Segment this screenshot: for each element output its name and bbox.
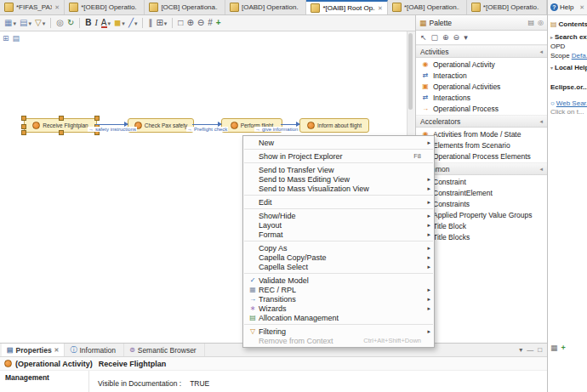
properties-nav-management[interactable]: Management (5, 373, 83, 382)
minimize-view-icon[interactable]: — (527, 346, 533, 354)
tool-operational-process[interactable]: → Operational Process (416, 103, 547, 114)
section-collapse-icon[interactable]: ◂ (539, 118, 543, 125)
scope-link[interactable]: Defa... (572, 52, 587, 60)
help-contents-link[interactable]: ▤ Contents (548, 20, 587, 28)
tool-constraints[interactable]: ◇ Constraints (416, 198, 547, 209)
menu-item-show-hide[interactable]: Show/Hide ▸ (243, 211, 434, 220)
tool-constraint[interactable]: ◇ Constraint (416, 176, 547, 187)
menu-item-format[interactable]: Format ▸ (243, 230, 434, 239)
interaction-arrow[interactable] (281, 124, 299, 125)
minimized-outline-icon[interactable]: ⊞ (3, 34, 9, 43)
tab-oebd-operational[interactable]: *[OEBD] Operatio... (65, 0, 145, 14)
filters-caret-icon[interactable]: ▾ (43, 20, 46, 26)
italic-icon[interactable]: I (95, 19, 98, 27)
palette-layout-icon[interactable]: ▤ (527, 19, 534, 26)
palette-section-accelerators[interactable]: Accelerators ◂ (416, 115, 547, 128)
menu-item-edit[interactable]: Edit ▸ (243, 197, 434, 207)
twisty-icon[interactable]: ▸ (550, 34, 553, 40)
palette-section-common[interactable]: Common ◂ (416, 162, 547, 175)
arrange-icon[interactable]: ⊞ (156, 19, 162, 27)
menu-item-wizards[interactable]: ∗ Wizards ▸ (243, 304, 434, 313)
twisty-icon[interactable]: ▾ (550, 65, 553, 71)
menu-item-send-to-mass-editing-view[interactable]: Send to Mass Editing View ▸ (243, 174, 434, 184)
tab-oebd-operational-2[interactable]: *[OEBD] Operatio... (467, 0, 547, 14)
menu-item-layout[interactable]: Layout ▸ (243, 220, 434, 230)
grid-icon[interactable]: # (208, 19, 213, 27)
maximize-view-icon[interactable]: □ (538, 346, 542, 354)
menu-item-show-in-project-explorer[interactable]: Show in Project Explorer F8 (243, 151, 434, 161)
tab-close-icon[interactable]: ✕ (378, 5, 383, 12)
help-search-section[interactable]: ▸ Search exp... (548, 33, 587, 41)
menu-item-send-to-transfer-view[interactable]: Send to Transfer View (243, 165, 434, 174)
tab-semantic-browser[interactable]: ⊚ Semantic Browser (124, 344, 205, 356)
restore-view-icon[interactable]: ▦ (550, 344, 558, 352)
visible-in-documentation-value[interactable]: TRUE (190, 379, 209, 392)
filters-icon[interactable]: ▽ (35, 19, 42, 27)
selection-handle[interactable] (21, 124, 26, 129)
diagram-export-caret-icon[interactable]: ▾ (13, 20, 16, 26)
tool-constraint-element[interactable]: ◇ ConstraintElement (416, 187, 547, 198)
fill-color-caret-icon[interactable]: ▾ (122, 20, 125, 26)
menu-item-new[interactable]: New ▸ (243, 138, 434, 147)
layers-caret-icon[interactable]: ▾ (28, 20, 31, 26)
properties-view-menu-icon[interactable]: ▾ (519, 346, 522, 354)
align-icon[interactable]: ∥ (148, 19, 152, 27)
tool-title-block[interactable]: ▢ Title Block (416, 220, 547, 231)
interaction-label-give-information[interactable]: → give information (254, 127, 299, 132)
menu-item-copy-as[interactable]: Copy As ▸ (243, 243, 434, 253)
refresh-icon[interactable]: ↻ (67, 19, 74, 27)
section-collapse-icon[interactable]: ◂ (539, 48, 543, 55)
layers-icon[interactable]: ▤ (20, 19, 27, 27)
selection-handle[interactable] (94, 116, 100, 121)
line-color-icon[interactable]: ╱ (128, 19, 134, 27)
menu-item-filtering[interactable]: ▽ Filtering ▸ (243, 327, 434, 336)
select-all-icon[interactable]: □ (178, 19, 183, 27)
tool-activities-from-mode-state[interactable]: ◉ Activities from Mode / State (416, 128, 547, 139)
activity-box-inform-about-flight[interactable]: Inform about flight (299, 118, 369, 133)
marquee-tool-icon[interactable]: ▢ (431, 33, 439, 42)
font-color-caret-icon[interactable]: ▾ (108, 20, 111, 26)
fill-color-icon[interactable]: ◼ (114, 19, 121, 27)
zoom-out-tool-icon[interactable]: ⊖ (453, 33, 460, 42)
help-tab[interactable]: ? Help ✕ (548, 0, 587, 15)
open-view-icon[interactable]: + (561, 344, 566, 352)
menu-item-transitions[interactable]: → Transitions ▸ (243, 294, 434, 304)
line-color-caret-icon[interactable]: ▾ (134, 20, 138, 26)
tab-close-icon[interactable]: ✕ (54, 4, 60, 11)
menu-item-capella-select[interactable]: Capella Select ▸ (243, 262, 434, 271)
arrange-caret-icon[interactable]: ▾ (164, 20, 168, 26)
selection-handle[interactable] (21, 116, 26, 121)
tool-interactions[interactable]: ⇄ Interactions (416, 92, 547, 103)
zoom-in-icon[interactable]: ⊕ (186, 19, 193, 27)
zoom-out-icon[interactable]: ⊖ (197, 19, 204, 27)
menu-item-rec-rpl[interactable]: ▦ REC / RPL ▸ (243, 285, 434, 294)
tool-operational-process-elements[interactable]: → Operational Process Elements (416, 151, 547, 162)
minimized-overview-icon[interactable]: ▤ (13, 34, 20, 43)
tool-title-blocks[interactable]: ▢ Title Blocks (416, 231, 547, 242)
tool-operational-activity[interactable]: ◉ Operational Activity (416, 59, 547, 70)
tab-information[interactable]: ⓘ Information (65, 344, 124, 356)
palette-tools-menu-icon[interactable]: ▾ (464, 33, 468, 42)
interaction-arrow[interactable] (192, 124, 221, 125)
tab-oab-operational[interactable]: *[OAB] Operation... (388, 0, 467, 14)
selection-handle[interactable] (59, 116, 64, 121)
new-element-icon[interactable]: + (216, 19, 221, 27)
select-tool-icon[interactable]: ↖ (420, 33, 427, 42)
tab-ocb-operational[interactable]: [OCB] Operationa... (145, 0, 225, 14)
tab-properties[interactable]: ▤ Properties ✕ (2, 344, 65, 356)
close-view-icon[interactable]: ✕ (54, 347, 60, 354)
help-eclipse-org-section[interactable]: Eclipse.or... (548, 83, 587, 91)
section-collapse-icon[interactable]: ◂ (539, 166, 543, 173)
activity-box-receive-flightplan[interactable]: Receive Flightplan (24, 118, 97, 133)
tab-oabd-operational[interactable]: [OABD] Operation... (225, 0, 306, 14)
help-local-help-section[interactable]: ▾ Local Help (548, 64, 587, 71)
interaction-label-preflight-check[interactable]: → Preflight check (186, 127, 228, 132)
menu-item-send-to-mass-visualization-view[interactable]: Send to Mass Visualization View ▸ (243, 184, 434, 193)
palette-section-activities[interactable]: Activities ◂ (416, 45, 547, 58)
scrollbar-thumb[interactable] (408, 33, 413, 110)
tool-interaction[interactable]: ⇄ Interaction (416, 70, 547, 81)
tool-elements-from-scenario[interactable]: ▧ Elements from Scenario (416, 139, 547, 151)
tool-operational-activities[interactable]: ▣ Operational Activities (416, 81, 547, 92)
help-search-value[interactable]: OPD (548, 43, 587, 50)
tab-fifas-pax[interactable]: *FIFAS_PAX ✕ (0, 0, 65, 14)
